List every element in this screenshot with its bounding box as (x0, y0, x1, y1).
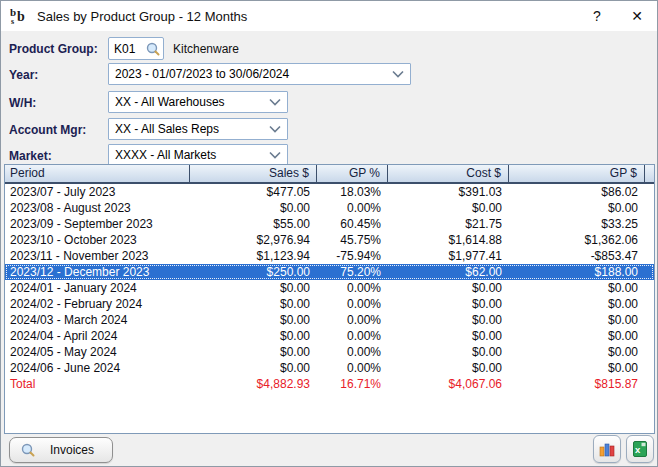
table-cell: $55.00 (190, 216, 317, 232)
product-group-input[interactable]: K01 (108, 37, 164, 60)
year-select[interactable]: 2023 - 01/07/2023 to 30/06/2024 (108, 63, 411, 85)
period-sales-grid: Period Sales $ GP % Cost $ GP $ 2023/07 … (4, 164, 655, 434)
table-row[interactable]: 2023/09 - September 2023$55.0060.45%$21.… (5, 216, 654, 232)
lookup-magnifier-icon[interactable] (145, 41, 161, 57)
table-cell: 75.20% (317, 264, 388, 280)
table-row[interactable]: 2024/05 - May 2024$0.000.00%$0.00$0.00 (5, 344, 654, 360)
table-cell: -$853.47 (509, 248, 645, 264)
warehouse-select[interactable]: XX - All Warehouses (108, 91, 288, 113)
table-cell: 60.45% (317, 216, 388, 232)
chevron-down-icon (392, 70, 404, 78)
table-cell: $0.00 (388, 200, 509, 216)
table-row[interactable]: 2023/08 - August 2023$0.000.00%$0.00$0.0… (5, 200, 654, 216)
column-header-period[interactable]: Period (5, 165, 190, 182)
account-mgr-value: XX - All Sales Reps (115, 122, 265, 136)
table-cell: $4,067.06 (388, 376, 509, 392)
table-cell: $33.25 (509, 216, 645, 232)
product-group-value: K01 (114, 42, 145, 56)
table-cell: 16.71% (317, 376, 388, 392)
table-cell: 2024/02 - February 2024 (5, 296, 190, 312)
table-cell: $62.00 (388, 264, 509, 280)
table-cell: 2024/03 - March 2024 (5, 312, 190, 328)
column-header-gp-dlr[interactable]: GP $ (509, 165, 645, 182)
table-cell: $1,362.06 (509, 232, 645, 248)
table-cell: $0.00 (509, 360, 645, 376)
chevron-down-icon (269, 125, 281, 133)
table-row[interactable]: 2023/11 - November 2023$1,123.94-75.94%$… (5, 248, 654, 264)
table-row[interactable]: 2024/03 - March 2024$0.000.00%$0.00$0.00 (5, 312, 654, 328)
market-label: Market: (9, 149, 52, 163)
table-cell: 0.00% (317, 328, 388, 344)
account-mgr-select[interactable]: XX - All Sales Reps (108, 118, 288, 140)
column-header-gp-pct[interactable]: GP % (317, 165, 388, 182)
table-cell: $0.00 (388, 296, 509, 312)
year-label: Year: (9, 68, 38, 82)
table-row[interactable]: 2024/02 - February 2024$0.000.00%$0.00$0… (5, 296, 654, 312)
table-cell: 2024/01 - January 2024 (5, 280, 190, 296)
table-cell: 45.75% (317, 232, 388, 248)
export-excel-button[interactable]: x (626, 435, 654, 463)
table-cell: 2024/05 - May 2024 (5, 344, 190, 360)
table-cell: 2023/09 - September 2023 (5, 216, 190, 232)
sales-by-product-group-dialog: { "window": { "title": "Sales by Product… (0, 0, 658, 467)
window-title: Sales by Product Group - 12 Months (37, 9, 247, 24)
table-cell: $0.00 (509, 296, 645, 312)
table-cell: $0.00 (388, 328, 509, 344)
table-cell: $0.00 (190, 360, 317, 376)
table-cell: $0.00 (190, 344, 317, 360)
invoices-button-label: Invoices (50, 443, 94, 457)
year-value: 2023 - 01/07/2023 to 30/06/2024 (115, 67, 388, 81)
table-cell: $0.00 (509, 200, 645, 216)
table-cell: 2024/06 - June 2024 (5, 360, 190, 376)
close-button[interactable]: ✕ (617, 1, 657, 31)
table-cell: 18.03% (317, 184, 388, 200)
table-cell: $0.00 (509, 312, 645, 328)
table-cell: $0.00 (190, 296, 317, 312)
table-cell: 2023/12 - December 2023 (5, 264, 190, 280)
table-cell: $0.00 (388, 280, 509, 296)
svg-text:x: x (635, 444, 641, 455)
table-cell: $0.00 (190, 200, 317, 216)
table-row[interactable]: 2023/12 - December 2023$250.0075.20%$62.… (5, 264, 654, 280)
column-header-cost[interactable]: Cost $ (388, 165, 509, 182)
table-cell: 2023/11 - November 2023 (5, 248, 190, 264)
table-cell: $86.02 (509, 184, 645, 200)
svg-text:s: s (11, 17, 14, 26)
table-cell: 2024/04 - April 2024 (5, 328, 190, 344)
table-row[interactable]: 2023/10 - October 2023$2,976.9445.75%$1,… (5, 232, 654, 248)
table-cell: $0.00 (509, 328, 645, 344)
invoices-button[interactable]: Invoices (9, 437, 113, 463)
table-cell: $4,882.93 (190, 376, 317, 392)
scrollbar-gutter (645, 165, 654, 182)
table-cell: $477.05 (190, 184, 317, 200)
table-cell: 2023/10 - October 2023 (5, 232, 190, 248)
app-logo-icon: b s b (9, 6, 29, 26)
table-cell: $0.00 (509, 344, 645, 360)
table-cell: $0.00 (388, 344, 509, 360)
invoices-magnifier-icon (20, 442, 36, 458)
table-cell: $21.75 (388, 216, 509, 232)
table-cell: Total (5, 376, 190, 392)
table-cell: $0.00 (190, 312, 317, 328)
product-group-label: Product Group: (9, 42, 98, 56)
market-select[interactable]: XXXX - All Markets (108, 144, 288, 166)
table-cell: $1,977.41 (388, 248, 509, 264)
total-row[interactable]: Total$4,882.9316.71%$4,067.06$815.87 (5, 376, 654, 392)
period-table-body: 2023/07 - July 2023$477.0518.03%$391.03$… (5, 184, 654, 392)
table-cell: $0.00 (190, 280, 317, 296)
table-row[interactable]: 2024/04 - April 2024$0.000.00%$0.00$0.00 (5, 328, 654, 344)
table-cell: $250.00 (190, 264, 317, 280)
table-cell: 0.00% (317, 312, 388, 328)
table-cell: $0.00 (509, 280, 645, 296)
table-cell: -75.94% (317, 248, 388, 264)
table-cell: $815.87 (509, 376, 645, 392)
warehouse-label: W/H: (9, 96, 36, 110)
chart-button[interactable] (593, 435, 621, 463)
table-cell: 2023/07 - July 2023 (5, 184, 190, 200)
table-row[interactable]: 2023/07 - July 2023$477.0518.03%$391.03$… (5, 184, 654, 200)
help-button[interactable]: ? (577, 1, 617, 31)
column-header-sales[interactable]: Sales $ (190, 165, 317, 182)
table-cell: 2023/08 - August 2023 (5, 200, 190, 216)
table-row[interactable]: 2024/06 - June 2024$0.000.00%$0.00$0.00 (5, 360, 654, 376)
table-row[interactable]: 2024/01 - January 2024$0.000.00%$0.00$0.… (5, 280, 654, 296)
